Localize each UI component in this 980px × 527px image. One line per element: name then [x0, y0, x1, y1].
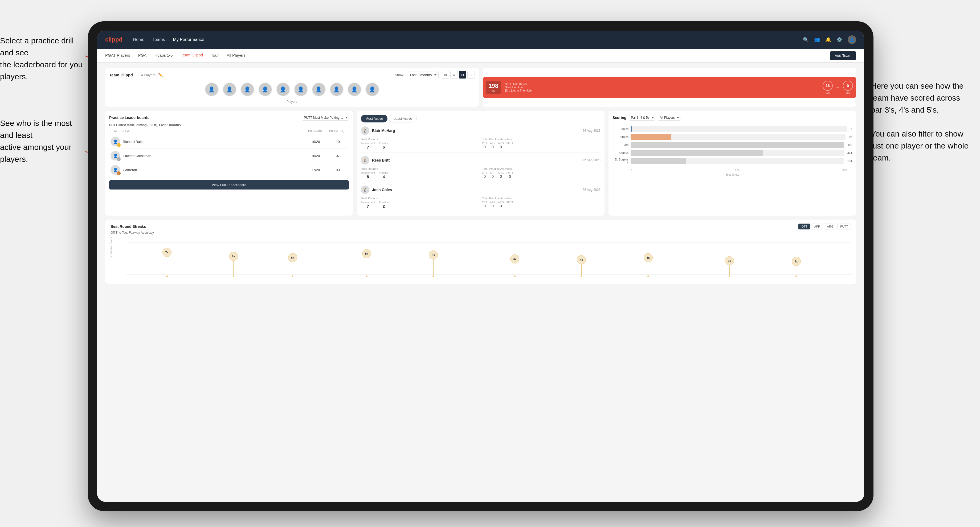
view-sort-icon[interactable]: ↕	[467, 71, 475, 78]
streaks-btn-arg[interactable]: ARG	[824, 224, 836, 229]
tablet-screen: clippd Home Teams My Performance 🔍 👥 🔔 ⚙…	[97, 30, 864, 502]
practice-leaderboards-card: Practice Leaderboards PUTT Must Make Put…	[105, 111, 353, 216]
edit-icon[interactable]: ✏️	[158, 73, 163, 77]
subnav-all-players[interactable]: All Players	[227, 53, 245, 58]
streak-bubble-2: 6x	[229, 252, 238, 261]
leaderboard-subtitle-text: PUTT Must Make Putting (3-6 ft),	[109, 123, 158, 127]
bar-fill-birdies	[631, 134, 671, 140]
player-avatar-5[interactable]: 👤	[276, 83, 290, 96]
player-avatar-9[interactable]: 👤	[347, 83, 361, 96]
leaderboard-filter[interactable]: PUTT Must Make Putting ...	[302, 115, 349, 121]
rees-tourn-label: Tournament	[361, 171, 375, 174]
lb-name-2: Edward Crossman	[123, 154, 151, 158]
bar-fill-eagles	[631, 126, 632, 132]
lb-avatar-3: 👤 3	[110, 165, 120, 175]
rees-app-val: 0	[490, 174, 495, 179]
blair-ott-label: OTT	[482, 142, 487, 145]
view-list-icon[interactable]: ≡	[450, 71, 458, 78]
player-avatar-2[interactable]: 👤	[223, 83, 237, 96]
streak-stick-8	[648, 262, 648, 275]
search-icon[interactable]: 🔍	[803, 37, 809, 43]
tab-most-active[interactable]: Most Active	[361, 115, 387, 122]
nav-link-teams[interactable]: Teams	[152, 37, 165, 42]
highlight-score: 198 SQ	[486, 81, 501, 94]
lb-avatar-1: 👤 1	[110, 137, 120, 146]
x-tick-400: 400	[842, 169, 847, 172]
rees-app: APP 0	[490, 171, 495, 179]
view-full-leaderboard-button[interactable]: View Full Leaderboard	[109, 180, 349, 189]
josh-tourn-col: Tournament 7	[361, 201, 375, 208]
activity-josh-avatar: 🏌️	[361, 186, 369, 194]
streak-bubble-8: 4x	[644, 253, 653, 262]
highlight-score-value: 198	[488, 83, 498, 89]
josh-tourn-label: Tournament	[361, 201, 375, 204]
josh-arg-label: ARG	[498, 201, 504, 204]
subnav-pga[interactable]: PGA	[138, 53, 147, 58]
player-avatar-1[interactable]: 👤	[205, 83, 219, 96]
subnav-hcaps[interactable]: Hcaps 1-5	[154, 53, 173, 58]
subnav-team-clippd[interactable]: Team Clippd	[181, 53, 203, 58]
rees-tourn-col: Tournament 8	[361, 171, 375, 179]
streaks-btn-putt[interactable]: PUTT	[837, 224, 851, 229]
player-avatar-6[interactable]: 👤	[294, 83, 308, 96]
tab-least-active[interactable]: Least Active	[389, 115, 417, 122]
nav-link-my-performance[interactable]: My Performance	[173, 37, 204, 42]
streaks-header: Best Round Streaks OTT APP ARG PUTT	[110, 224, 851, 229]
josh-rounds-values: Tournament 7 Practice 2	[361, 201, 479, 208]
streaks-btn-app[interactable]: APP	[811, 224, 823, 229]
bar-fill-pars	[631, 142, 844, 148]
activity-blair-avatar: 🏌️	[361, 126, 369, 135]
player-avatar-4[interactable]: 👤	[258, 83, 272, 96]
view-icons: ⊞ ≡ ⊡ ↕	[442, 71, 475, 78]
josh-arg-val: 0	[498, 204, 504, 208]
rees-putt-label: PUTT	[506, 171, 514, 174]
players-avatars: 👤 👤 👤 👤 👤 👤 👤 👤 👤 👤	[109, 81, 475, 98]
sub-nav: PGAT Players PGA Hcaps 1-5 Team Clippd T…	[97, 49, 864, 62]
leaderboard-title: Practice Leaderboards	[109, 116, 150, 120]
scoring-filter-par[interactable]: Par 3, 4 & 5s	[629, 115, 655, 121]
view-grid-icon[interactable]: ⊞	[442, 71, 449, 78]
josh-tourn-val: 7	[361, 204, 375, 208]
nav-link-home[interactable]: Home	[133, 37, 145, 42]
subnav-pgat[interactable]: PGAT Players	[105, 53, 130, 58]
rees-practice: Total Practice Activities OTT 0 APP 0	[482, 167, 600, 179]
circle-label-yds: yds	[822, 91, 833, 94]
annotation-right: Here you can see how the team have score…	[871, 80, 972, 163]
activity-rees-stats: Total Rounds Tournament 8 Practice 4	[361, 167, 600, 179]
streak-stick-5	[433, 259, 434, 275]
view-card-icon[interactable]: ⊡	[459, 71, 466, 78]
streak-bubble-5: 5x	[429, 251, 438, 259]
team-controls: Show: Last 3 months Last month Last 6 mo…	[395, 71, 474, 78]
player-avatar-10[interactable]: 👤	[365, 83, 379, 96]
josh-ott: OTT 0	[482, 201, 487, 208]
scoring-filter-players[interactable]: All Players	[658, 115, 680, 121]
player-avatar-8[interactable]: 👤	[330, 83, 344, 96]
streaks-filter-btns: OTT APP ARG PUTT	[799, 224, 851, 229]
blair-arg-val: 0	[498, 145, 504, 149]
player-avatar-7[interactable]: 👤	[312, 83, 326, 96]
blair-arg: ARG 0	[498, 142, 504, 149]
add-team-button[interactable]: Add Team	[830, 51, 856, 60]
user-avatar[interactable]: 👤	[848, 35, 856, 44]
josh-practice-stats: OTT 0 APP 0 ARG 0	[482, 201, 600, 208]
settings-icon[interactable]: ⚙️	[837, 37, 842, 43]
bar-value-bogeys: 311	[847, 151, 852, 154]
people-icon[interactable]: 👥	[814, 37, 820, 43]
highlight-card: 198 SQ Shot Dist: 16 yds Start Lie: Roug…	[483, 68, 856, 107]
circle-label-zero: yds	[843, 91, 853, 94]
player-avatar-3[interactable]: 👤	[240, 83, 254, 96]
bell-icon[interactable]: 🔔	[825, 37, 831, 43]
streaks-btn-ott[interactable]: OTT	[799, 224, 810, 229]
activity-josh-name: Josh Coles	[372, 187, 580, 192]
lb-avg-1: 110	[326, 140, 347, 144]
josh-total-practice-label: Total Practice Activities	[482, 197, 600, 200]
lb-avatar-2: 👤 2	[110, 151, 120, 160]
josh-app-val: 0	[490, 204, 495, 208]
subnav-tour[interactable]: Tour	[211, 53, 219, 58]
activity-blair-name: Blair McHarg	[372, 129, 580, 133]
streaks-section: Best Round Streaks OTT APP ARG PUTT Off …	[105, 220, 856, 284]
activity-rees-date: 02 Sep 2023	[582, 158, 600, 162]
show-select[interactable]: Last 3 months Last month Last 6 months L…	[408, 71, 439, 78]
activity-blair-rounds: Total Rounds Tournament 7 Practice 6	[361, 138, 479, 149]
bar-label-pars: Pars	[612, 143, 628, 146]
